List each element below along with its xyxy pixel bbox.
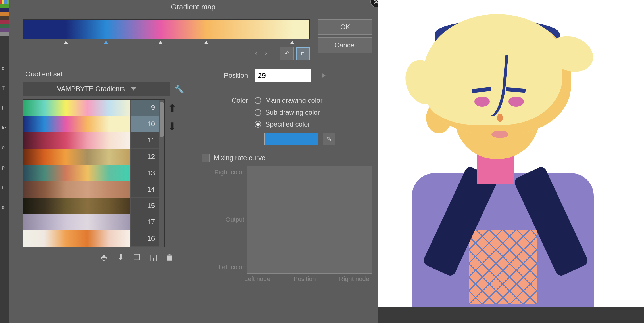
- gradient-set-panel: Gradient set VAMPBYTE Gradients 🔧: [23, 69, 185, 283]
- trash-icon: 🗑: [301, 51, 305, 56]
- curve-y-mid: Output: [202, 216, 244, 223]
- gradient-list-number[interactable]: 16: [130, 230, 159, 247]
- radio-icon: [255, 121, 261, 128]
- delete-stop-button[interactable]: 🗑: [296, 47, 310, 60]
- gradient-list-number[interactable]: 14: [130, 181, 159, 198]
- chevron-down-icon: [131, 87, 136, 91]
- gradient-stop-marker[interactable]: [158, 41, 163, 44]
- wrench-icon: 🔧: [174, 84, 184, 94]
- gradient-thumbnail[interactable]: [23, 132, 130, 149]
- prev-stop-button[interactable]: ‹: [253, 47, 260, 58]
- mixing-rate-checkbox-row[interactable]: Mixing rate curve: [202, 154, 372, 162]
- gradient-set-dropdown[interactable]: VAMPBYTE Gradients: [23, 82, 170, 96]
- gradient-thumbnail[interactable]: [23, 181, 130, 198]
- checkbox-icon: [202, 154, 210, 162]
- color-option-main[interactable]: Main drawing color: [255, 97, 322, 104]
- move-down-button[interactable]: ⬇: [168, 120, 179, 133]
- side-tab[interactable]: p: [0, 162, 9, 173]
- move-up-button[interactable]: ⬆: [168, 102, 179, 115]
- position-stepper[interactable]: [322, 73, 326, 78]
- gradient-list-number[interactable]: 17: [130, 214, 159, 230]
- curve-y-top: Right color: [202, 169, 244, 176]
- curve-y-bot: Left color: [202, 263, 244, 271]
- ok-button[interactable]: OK: [318, 19, 372, 35]
- side-tab[interactable]: T: [0, 82, 9, 94]
- gradient-thumbnail[interactable]: [23, 100, 130, 116]
- mixing-curve-graph[interactable]: [247, 166, 372, 274]
- duplicate-icon: ❐: [134, 253, 141, 262]
- side-tab[interactable]: te: [0, 122, 9, 133]
- dialog-title: Gradient map: [171, 3, 216, 11]
- gradient-set-settings-button[interactable]: 🔧: [173, 83, 185, 95]
- position-label: Position:: [196, 72, 250, 79]
- gradient-thumbnail[interactable]: [23, 149, 130, 165]
- gradient-stop-marker[interactable]: [204, 41, 209, 44]
- trash-icon: 🗑: [166, 253, 174, 262]
- side-tab[interactable]: e: [0, 202, 9, 213]
- chevron-left-icon: ‹: [255, 48, 258, 58]
- dialog-titlebar[interactable]: Gradient map ✕: [9, 0, 378, 14]
- side-tab[interactable]: t: [0, 102, 9, 114]
- new-gradient-button[interactable]: ◱: [147, 251, 160, 263]
- specified-color-swatch[interactable]: [264, 133, 318, 145]
- swatch-row: [0, 0, 9, 4]
- gradient-list[interactable]: 91011121314151716: [23, 99, 165, 247]
- gradient-thumbnail[interactable]: [23, 198, 130, 214]
- gradient-list-number[interactable]: 9: [130, 100, 159, 116]
- radio-icon: [255, 109, 261, 116]
- gradient-list-number[interactable]: 11: [130, 132, 159, 149]
- replace-gradient-button[interactable]: ⬘: [98, 251, 110, 263]
- left-tool-strip: cl T t te o p r e: [0, 0, 9, 323]
- next-stop-button[interactable]: ›: [262, 47, 270, 58]
- gradient-thumbnail[interactable]: [23, 214, 130, 230]
- gradient-stop-marker[interactable]: [290, 41, 295, 44]
- stop-properties-panel: Position: Color: Main drawing color: [196, 69, 372, 283]
- eyedropper-icon: ✎: [326, 135, 332, 143]
- mixing-curve-area: Right color Output Left color: [202, 166, 372, 274]
- gradient-stop-marker[interactable]: [104, 41, 108, 44]
- import-gradient-button[interactable]: ⬇: [114, 251, 127, 263]
- side-tab[interactable]: r: [0, 182, 9, 193]
- gradient-list-number[interactable]: 10: [130, 116, 159, 133]
- curve-x-left: Left node: [244, 275, 270, 283]
- arrow-down-icon: ⬇: [168, 121, 177, 133]
- eyedropper-button[interactable]: ✎: [323, 133, 335, 145]
- canvas-footer: [378, 307, 644, 323]
- canvas[interactable]: [378, 0, 644, 323]
- gradient-stop-marker[interactable]: [64, 41, 68, 44]
- side-tab[interactable]: cl: [0, 62, 9, 74]
- gradient-thumbnail[interactable]: [23, 116, 130, 133]
- import-icon: ⬇: [117, 253, 124, 262]
- radio-icon: [255, 97, 261, 104]
- side-tab[interactable]: o: [0, 142, 9, 153]
- color-option-specified[interactable]: Specified color: [255, 120, 322, 128]
- color-option-sub[interactable]: Sub drawing color: [255, 108, 322, 116]
- gradient-thumbnail[interactable]: [23, 165, 130, 181]
- gradient-preview[interactable]: ‹ › ↶ 🗑: [23, 19, 310, 60]
- color-label: Color:: [196, 97, 250, 104]
- new-icon: ◱: [150, 253, 157, 262]
- artwork-preview: [389, 9, 611, 298]
- gradient-list-scrollbar[interactable]: [159, 100, 164, 247]
- curve-x-right: Right node: [339, 275, 369, 283]
- gradient-list-number[interactable]: 12: [130, 149, 159, 165]
- duplicate-gradient-button[interactable]: ❐: [131, 251, 143, 263]
- position-input[interactable]: [255, 69, 311, 82]
- delete-gradient-button[interactable]: 🗑: [164, 251, 176, 263]
- cancel-button[interactable]: Cancel: [318, 37, 372, 53]
- reset-gradient-button[interactable]: ↶: [280, 47, 294, 60]
- dropdown-value: VAMPBYTE Gradients: [57, 85, 125, 93]
- gradient-map-dialog: Gradient map ✕ ‹ › ↶: [9, 0, 378, 323]
- chevron-right-icon: ›: [265, 48, 268, 58]
- gradient-list-number[interactable]: 15: [130, 198, 159, 214]
- curve-x-mid: Position: [294, 275, 316, 283]
- replace-icon: ⬘: [101, 253, 107, 262]
- arrow-up-icon: ⬆: [168, 102, 177, 114]
- gradient-set-label: Gradient set: [23, 69, 185, 79]
- gradient-list-number[interactable]: 13: [130, 165, 159, 181]
- undo-icon: ↶: [284, 50, 289, 57]
- gradient-thumbnail[interactable]: [23, 230, 130, 247]
